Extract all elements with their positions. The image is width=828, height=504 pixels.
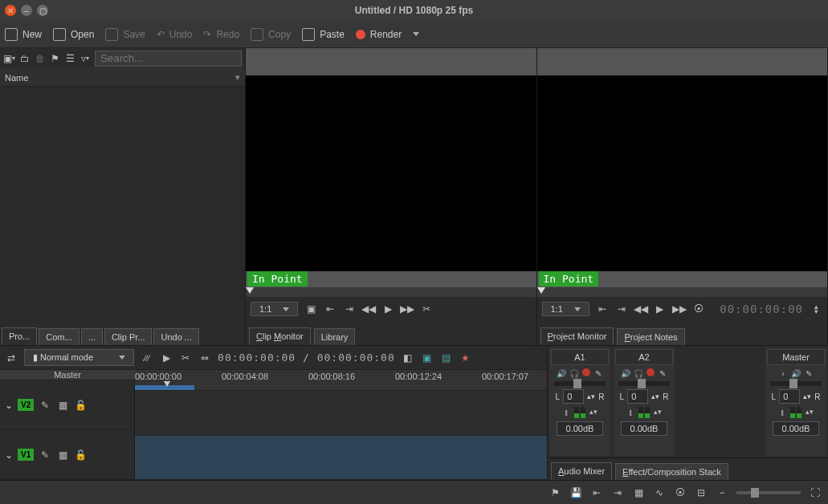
clip-play-button[interactable]: ▶	[381, 303, 394, 315]
mute-icon[interactable]: 🔊	[621, 368, 630, 378]
zoom-slider[interactable]	[736, 491, 801, 494]
tab-compositions[interactable]: Com...	[39, 328, 79, 345]
edit-mode-select[interactable]: ▮ Normal mode	[24, 349, 134, 366]
proj-zoom-select[interactable]: 1:1	[542, 302, 589, 316]
status-thumb-icon[interactable]: ▦	[632, 486, 645, 499]
fx-icon[interactable]: ✎	[593, 368, 603, 378]
project-monitor-video[interactable]	[537, 75, 828, 271]
track-hide-icon[interactable]: ▦	[56, 449, 69, 461]
status-next-icon[interactable]: ⇥	[611, 486, 624, 499]
copy-button[interactable]: Copy	[251, 28, 291, 41]
channel-slider[interactable]	[554, 381, 606, 386]
tab-project[interactable]: Pro...	[2, 327, 37, 345]
track-v1[interactable]	[135, 436, 547, 481]
timeline-ruler[interactable]: 00:00:00:00 00:00:04:08 00:00:08:16 00:0…	[135, 370, 547, 391]
tool-insert-button[interactable]: ⇔	[198, 352, 211, 364]
open-button[interactable]: Open	[53, 28, 94, 41]
track-hide-icon[interactable]: ▦	[56, 399, 69, 412]
master-track-head[interactable]: Master	[0, 370, 135, 380]
proj-timecode-stepper[interactable]: ▴▾	[810, 303, 822, 315]
toolbar-overflow-icon[interactable]	[413, 32, 419, 36]
pan-input[interactable]	[563, 389, 584, 404]
add-clip-button[interactable]: ▣▾	[3, 52, 15, 65]
channel-slider[interactable]	[618, 381, 670, 386]
track-effects-icon[interactable]: ✎	[39, 449, 51, 461]
expand-icon[interactable]: ›	[778, 368, 788, 378]
timeline-settings-button[interactable]: ⇄	[5, 352, 18, 364]
pan-input[interactable]	[779, 389, 800, 404]
tool-spacer-button[interactable]: ⫻	[141, 352, 153, 364]
bin-name-header[interactable]: Name ▾	[0, 69, 245, 87]
filter-button[interactable]: ▿▾	[80, 52, 90, 65]
record-icon[interactable]	[582, 368, 590, 376]
track-head-v2[interactable]: ⌄ V2 ✎ ▦ 🔓	[0, 380, 134, 430]
channel-slider[interactable]	[770, 381, 822, 386]
tool-razor-button[interactable]: ✂	[179, 352, 192, 364]
delete-clip-button[interactable]: 🗑	[35, 52, 46, 65]
undo-button[interactable]: ↶Undo	[157, 29, 193, 40]
status-save-icon[interactable]: 💾	[569, 486, 582, 499]
channel-db[interactable]: 0.00dB	[557, 421, 603, 436]
track-head-v1[interactable]: ⌄ V1 ✎ ▦ 🔓	[0, 430, 134, 480]
channel-db[interactable]: 0.00dB	[621, 421, 667, 436]
tag-button[interactable]: ⚑	[50, 52, 60, 65]
track-effects-icon[interactable]: ✎	[39, 399, 51, 412]
status-marker-icon[interactable]: ⦿	[674, 486, 687, 499]
mute-icon[interactable]: 🔊	[557, 368, 566, 378]
tab-project-notes[interactable]: Project Notes	[617, 328, 684, 345]
list-view-button[interactable]: ☰	[65, 52, 75, 65]
fx-icon[interactable]: ✎	[658, 368, 667, 378]
tab-undo-history[interactable]: Undo ...	[153, 328, 199, 345]
record-icon[interactable]	[646, 368, 655, 376]
fx-icon[interactable]: ✎	[804, 368, 814, 378]
clip-monitor-video[interactable]	[246, 75, 536, 271]
tab-clip-properties[interactable]: Clip Pr...	[104, 328, 153, 345]
proj-go-start-button[interactable]: ⇤	[596, 303, 609, 315]
status-wave-icon[interactable]: ∿	[653, 486, 666, 499]
tool-zone-button[interactable]: ◧	[402, 352, 414, 364]
tool-select-button[interactable]: ▶	[160, 352, 173, 364]
track-v2[interactable]	[135, 391, 547, 436]
paste-button[interactable]: Paste	[302, 28, 345, 41]
tool-favorite-button[interactable]: ★	[459, 352, 472, 364]
redo-button[interactable]: ↷Redo	[203, 29, 239, 40]
clip-marker-button[interactable]: ✂	[420, 303, 433, 315]
track-lock-icon[interactable]: 🔓	[74, 399, 87, 412]
proj-marker-button[interactable]: ⦿	[692, 303, 705, 315]
clip-go-start-button[interactable]: ⇤	[324, 303, 337, 315]
proj-play-button[interactable]: ▶	[654, 303, 667, 315]
add-folder-button[interactable]: 🗀	[20, 52, 31, 65]
clip-go-end-button[interactable]: ⇥	[343, 303, 356, 315]
solo-icon[interactable]: 🎧	[634, 368, 643, 378]
channel-db[interactable]: 0.00dB	[773, 421, 819, 436]
track-lock-icon[interactable]: 🔓	[74, 449, 87, 461]
clip-forward-button[interactable]: ▶▶	[401, 303, 414, 315]
proj-forward-button[interactable]: ▶▶	[673, 303, 686, 315]
new-button[interactable]: New	[5, 28, 42, 41]
timeline-playhead[interactable]	[164, 381, 170, 387]
clip-zoom-select[interactable]: 1:1	[251, 302, 298, 316]
clip-setpoint-button[interactable]: ▣	[304, 303, 317, 315]
solo-icon[interactable]: 🎧	[569, 368, 579, 378]
tab-library[interactable]: Library	[314, 328, 356, 345]
save-button[interactable]: Save	[105, 28, 145, 41]
clip-monitor-ruler[interactable]	[246, 287, 536, 297]
bin-list[interactable]	[0, 87, 245, 321]
tab-clip-monitor[interactable]: Clip Monitor	[249, 327, 311, 345]
tab-project-monitor[interactable]: Project Monitor	[540, 327, 614, 345]
status-snap-icon[interactable]: ⊟	[695, 486, 708, 499]
tab-more[interactable]: ...	[81, 328, 103, 345]
tab-audio-mixer[interactable]: Audio Mixer	[551, 462, 612, 480]
render-button[interactable]: Render	[356, 29, 402, 40]
project-monitor-ruler[interactable]	[537, 287, 828, 297]
zoom-out-icon[interactable]: −	[716, 486, 728, 499]
proj-go-end-button[interactable]: ⇥	[615, 303, 628, 315]
expand-icon[interactable]: ⌄	[5, 400, 13, 411]
pan-input[interactable]	[627, 389, 648, 404]
clip-rewind-button[interactable]: ◀◀	[362, 303, 375, 315]
mute-icon[interactable]: 🔊	[791, 368, 801, 378]
tab-effect-stack[interactable]: Effect/Composition Stack	[615, 463, 728, 480]
tool-lift-button[interactable]: ▤	[440, 352, 453, 364]
tool-overwrite-button[interactable]: ▣	[421, 352, 434, 364]
expand-icon[interactable]: ⌄	[5, 449, 13, 461]
